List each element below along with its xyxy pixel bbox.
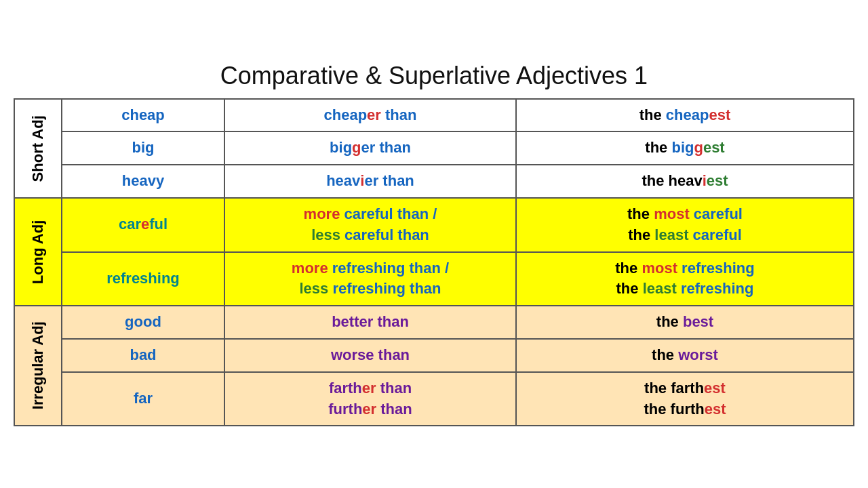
word-refreshing: refreshing xyxy=(106,270,180,287)
base-cheap: cheap xyxy=(62,99,224,132)
super-big: the biggest xyxy=(516,131,854,165)
base-heavy: heavy xyxy=(62,165,224,198)
word-heavy: heavy xyxy=(122,172,164,189)
comp-big: bigger than xyxy=(224,131,516,165)
long-adj-label: Long Adj xyxy=(14,198,62,306)
table-row: big bigger than the biggest xyxy=(14,131,854,165)
word-far: far xyxy=(134,390,153,407)
base-refreshing: refreshing xyxy=(62,252,224,306)
base-careful: careful xyxy=(62,198,224,252)
word-careful: careful xyxy=(119,216,167,232)
super-good: the best xyxy=(516,306,854,339)
super-far: the farthest the furthest xyxy=(516,372,854,426)
table-row: far farther than further than the farthe… xyxy=(14,372,854,426)
comp-heavy: heavier than xyxy=(224,165,516,198)
base-far: far xyxy=(62,372,224,426)
super-refreshing: the most refreshing the least refreshing xyxy=(516,252,854,306)
base-big: big xyxy=(62,131,224,165)
comp-good: better than xyxy=(224,306,516,339)
super-cheap: the cheapest xyxy=(516,99,854,132)
base-good: good xyxy=(62,306,224,339)
table-row: bad worse than the worst xyxy=(14,339,854,372)
table-row: refreshing more refreshing than / less r… xyxy=(14,252,854,306)
table-row: Long Adj careful more careful than / les… xyxy=(14,198,854,252)
comp-cheap: cheaper than xyxy=(224,99,516,132)
word-cheap: cheap xyxy=(121,106,165,123)
comp-bad: worse than xyxy=(224,339,516,372)
short-adj-label: Short Adj xyxy=(14,99,62,198)
table-row: Short Adj cheap cheaper than the cheapes… xyxy=(14,99,854,132)
comp-careful: more careful than / less careful than xyxy=(224,198,516,252)
adjectives-table: Short Adj cheap cheaper than the cheapes… xyxy=(14,98,854,427)
word-big: big xyxy=(132,139,155,156)
base-bad: bad xyxy=(62,339,224,372)
page-title: Comparative & Superlative Adjectives 1 xyxy=(220,62,648,90)
super-heavy: the heaviest xyxy=(516,165,854,198)
comp-far: farther than further than xyxy=(224,372,516,426)
word-bad: bad xyxy=(130,346,156,363)
irregular-adj-label: Irregular Adj xyxy=(14,306,62,426)
super-bad: the worst xyxy=(516,339,854,372)
super-careful: the most careful the least careful xyxy=(516,198,854,252)
table-row: heavy heavier than the heaviest xyxy=(14,165,854,198)
word-good: good xyxy=(125,313,161,330)
comp-refreshing: more refreshing than / less refreshing t… xyxy=(224,252,516,306)
table-row: Irregular Adj good better than the best xyxy=(14,306,854,339)
